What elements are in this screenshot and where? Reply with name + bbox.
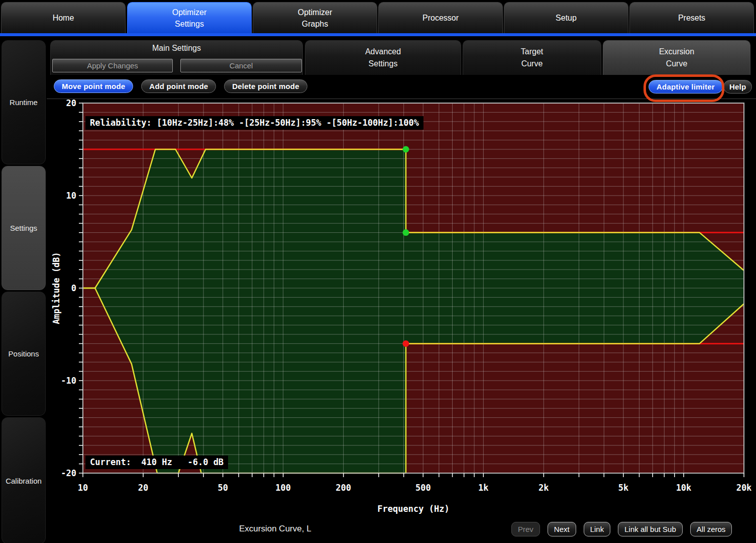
curve-point-marker[interactable] bbox=[402, 229, 409, 236]
subtab-excursion-curve[interactable]: Excursion Curve bbox=[603, 40, 750, 75]
x-tick-label: 100 bbox=[275, 483, 291, 493]
x-tick-label: 10 bbox=[78, 483, 88, 493]
nav-tab-optimizer-graphs[interactable]: Optimizer Graphs bbox=[253, 2, 377, 34]
y-tick-label: 20 bbox=[66, 98, 76, 108]
x-tick-label: 20k bbox=[736, 483, 752, 493]
x-tick-label: 10k bbox=[676, 483, 692, 493]
y-tick-label: -10 bbox=[61, 376, 76, 386]
sidebar-item-positions[interactable]: Positions bbox=[2, 292, 46, 416]
x-axis-title: Frequency (Hz) bbox=[377, 504, 449, 514]
sidebar-item-calibration[interactable]: Calibration bbox=[2, 417, 46, 543]
main-settings-title: Main Settings bbox=[152, 44, 201, 53]
apply-changes-button[interactable]: Apply Changes bbox=[52, 59, 173, 72]
add-point-mode-button[interactable]: Add point mode bbox=[141, 79, 216, 93]
prev-button[interactable]: Prev bbox=[511, 522, 540, 536]
y-axis-title: Amplitude (dB) bbox=[51, 252, 61, 324]
x-tick-label: 200 bbox=[336, 483, 351, 493]
subtab-target-curve[interactable]: Target Curve bbox=[463, 40, 601, 75]
current-point-readout: Current: 410 Hz -6.0 dB bbox=[85, 456, 228, 469]
subtab-advanced-settings[interactable]: Advanced Settings bbox=[305, 40, 461, 75]
adaptive-limiter-button[interactable]: Adaptive limiter bbox=[649, 80, 723, 94]
next-button[interactable]: Next bbox=[548, 522, 576, 536]
x-tick-label: 20 bbox=[138, 483, 148, 493]
y-tick-label: 10 bbox=[66, 191, 76, 201]
y-tick-label: 0 bbox=[71, 283, 76, 293]
x-tick-label: 5k bbox=[618, 483, 628, 493]
x-tick-label: 500 bbox=[415, 483, 431, 493]
nav-tab-home[interactable]: Home bbox=[1, 2, 126, 34]
x-tick-label: 2k bbox=[538, 483, 549, 493]
all-zeros-button[interactable]: All zeros bbox=[690, 522, 732, 536]
y-tick-label: -20 bbox=[61, 468, 76, 478]
nav-tab-optimizer-settings[interactable]: Optimizer Settings bbox=[127, 2, 252, 34]
delete-point-mode-button[interactable]: Delete point mode bbox=[224, 79, 307, 93]
help-button[interactable]: Help bbox=[723, 80, 752, 94]
chart-title: Excursion Curve, L bbox=[239, 524, 311, 534]
sidebar-item-runtime[interactable]: Runtime bbox=[2, 40, 46, 164]
move-point-mode-button[interactable]: Move point mode bbox=[54, 79, 133, 93]
link-all-but-sub-button[interactable]: Link all but Sub bbox=[618, 522, 683, 536]
subtab-main-settings[interactable]: Main Settings Apply Changes Cancel bbox=[50, 40, 303, 75]
cancel-button[interactable]: Cancel bbox=[180, 59, 302, 72]
nav-tab-setup[interactable]: Setup bbox=[504, 2, 628, 34]
x-tick-label: 1k bbox=[478, 483, 488, 493]
active-tab-underline bbox=[0, 33, 756, 36]
footer-button-row: Prev Next Link Link all but Sub All zero… bbox=[511, 522, 732, 536]
link-button[interactable]: Link bbox=[584, 522, 611, 536]
curve-point-marker[interactable] bbox=[402, 340, 409, 347]
reliability-readout: Reliability: [10Hz-25Hz]:48% -[25Hz-50Hz… bbox=[85, 116, 423, 130]
x-tick-label: 50 bbox=[218, 483, 228, 493]
curve-point-marker[interactable] bbox=[402, 146, 409, 153]
nav-tab-processor[interactable]: Processor bbox=[378, 2, 503, 34]
nav-tab-presets[interactable]: Presets bbox=[629, 2, 754, 34]
mode-toolbar: Move point mode Add point mode Delete po… bbox=[54, 79, 307, 93]
sidebar-item-settings[interactable]: Settings bbox=[2, 166, 46, 290]
